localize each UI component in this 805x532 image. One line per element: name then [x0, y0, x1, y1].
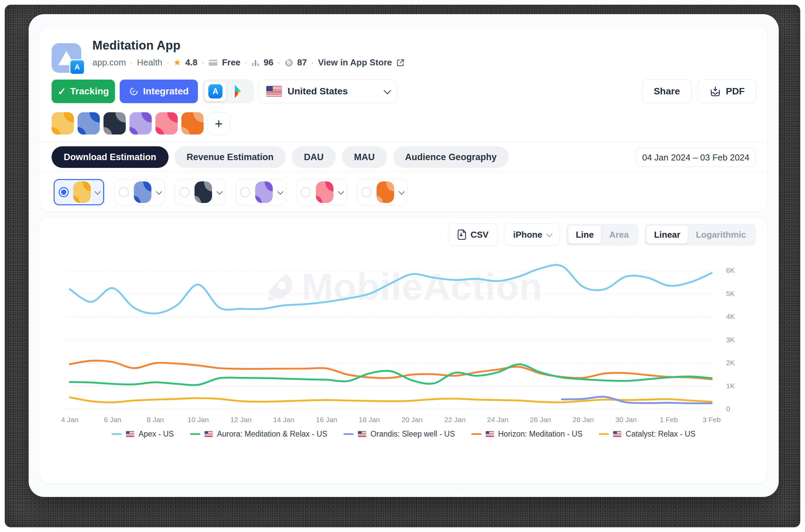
app-select-chip-app-pink[interactable] — [296, 179, 347, 205]
compared-app-dark[interactable] — [103, 112, 126, 134]
device-select[interactable]: iPhone — [504, 224, 560, 246]
x-tick-24-jan: 24 Jan — [482, 416, 513, 424]
price-card-icon — [208, 59, 218, 66]
app-store-toggle-active[interactable]: A — [205, 81, 226, 101]
app-window: A Meditation App app.com · Health · ★ 4.… — [28, 14, 779, 497]
radio-app-purple[interactable] — [240, 187, 250, 197]
legend-label: Apex - US — [138, 430, 174, 439]
csv-file-icon — [457, 229, 466, 240]
screenshot-stage: { "header": { "app_name": "Meditation Ap… — [0, 0, 805, 532]
chevron-down-icon[interactable] — [216, 188, 223, 194]
us-flag-icon — [266, 86, 282, 97]
csv-export-button[interactable]: CSV — [448, 224, 498, 246]
y-tick-3K: 3K — [726, 336, 735, 344]
app-rating: 4.8 — [186, 57, 197, 68]
separator: · — [167, 57, 170, 68]
tab-download-estimation[interactable]: Download Estimation — [52, 146, 169, 168]
legend-item-aurora[interactable]: Aurora: Meditation & Relax - US — [190, 430, 327, 439]
x-tick-8-jan: 8 Jan — [140, 416, 171, 424]
play-store-icon — [231, 84, 244, 99]
legend-swatch — [599, 433, 609, 435]
app-selector-row — [54, 179, 407, 205]
compared-app-yellow[interactable] — [52, 112, 74, 134]
link-loop-icon — [129, 86, 139, 96]
integrated-button[interactable]: Integrated — [120, 80, 198, 103]
date-range-picker[interactable]: 04 Jan 2024 – 03 Feb 2024 — [636, 148, 755, 167]
tab-audience-geography[interactable]: Audience Geography — [393, 146, 509, 168]
radio-app-dark[interactable] — [179, 187, 189, 197]
x-tick-10-jan: 10 Jan — [183, 416, 213, 424]
app-select-chip-app-yellow[interactable] — [54, 179, 104, 205]
legend-item-apex[interactable]: Apex - US — [112, 430, 174, 439]
app-select-chip-app-blue[interactable] — [114, 179, 165, 205]
us-flag-icon — [204, 431, 213, 437]
chevron-down-icon[interactable] — [338, 188, 344, 194]
y-tick-4K: 4K — [726, 312, 735, 321]
status-buttons-row: ✓ Tracking Integrated A — [52, 80, 397, 103]
tab-mau[interactable]: MAU — [342, 146, 387, 168]
radio-app-yellow[interactable] — [59, 187, 69, 197]
app-dark-icon — [194, 182, 212, 203]
separator: · — [311, 57, 314, 68]
x-tick-4-jan: 4 Jan — [55, 416, 85, 424]
tab-dau[interactable]: DAU — [292, 146, 336, 168]
radio-app-blue[interactable] — [119, 187, 129, 197]
radio-app-orange[interactable] — [361, 187, 371, 197]
view-in-app-store-link[interactable]: View in App Store — [318, 57, 392, 68]
compared-app-orange[interactable] — [181, 112, 204, 134]
chart-type-area[interactable]: Area — [602, 226, 636, 243]
x-tick-20-jan: 20 Jan — [397, 416, 427, 424]
add-app-button[interactable]: + — [207, 112, 230, 135]
external-link-icon[interactable] — [396, 58, 405, 67]
x-tick-30-jan: 30 Jan — [611, 416, 641, 424]
app-store-icon: A — [208, 84, 223, 98]
legend-item-catalyst[interactable]: Catalyst: Relax - US — [599, 430, 695, 439]
play-store-toggle[interactable] — [227, 81, 248, 101]
radio-app-pink[interactable] — [301, 187, 311, 197]
chart-type-line[interactable]: Line — [568, 226, 601, 243]
chart-legend: Apex - USAurora: Meditation & Relax - US… — [40, 430, 767, 439]
separator: · — [130, 57, 133, 68]
app-pink-icon — [316, 182, 333, 203]
chevron-down-icon[interactable] — [277, 188, 283, 194]
tracking-button[interactable]: ✓ Tracking — [52, 80, 115, 103]
chevron-down-icon — [384, 87, 391, 95]
scale-linear[interactable]: Linear — [647, 226, 688, 243]
legend-item-horizon[interactable]: Horizon: Meditation - US — [471, 430, 583, 439]
rank-bars-icon — [251, 59, 260, 67]
y-tick-0: 0 — [726, 405, 730, 413]
x-tick-1-feb: 1 Feb — [654, 416, 684, 424]
share-button[interactable]: Share — [642, 80, 692, 103]
device-label: iPhone — [513, 230, 542, 240]
chart-svg — [40, 250, 767, 412]
chevron-down-icon[interactable] — [94, 188, 100, 194]
app-select-chip-app-orange[interactable] — [357, 179, 407, 205]
scale-logarithmic[interactable]: Logarithmic — [688, 226, 753, 243]
x-tick-6-jan: 6 Jan — [97, 416, 128, 424]
compared-app-pink[interactable] — [155, 112, 178, 134]
integrated-label: Integrated — [143, 86, 188, 97]
chevron-down-icon[interactable] — [399, 188, 404, 194]
compared-app-purple[interactable] — [130, 112, 152, 134]
legend-swatch — [190, 433, 200, 435]
visibility-gauge-icon — [285, 58, 293, 67]
country-select[interactable]: United States — [258, 80, 397, 103]
download-tray-icon — [710, 86, 721, 97]
scale-segmented: LinearLogarithmic — [645, 224, 755, 245]
legend-item-orandis[interactable]: Orandis: Sleep well - US — [344, 430, 455, 439]
tracking-label: Tracking — [70, 86, 109, 97]
pdf-button[interactable]: PDF — [698, 80, 756, 103]
x-tick-28-jan: 28 Jan — [568, 416, 598, 424]
series-line-apex — [70, 265, 712, 314]
store-toggle[interactable]: A — [203, 80, 253, 103]
app-blue-icon — [134, 182, 151, 203]
chevron-down-icon[interactable] — [156, 188, 162, 194]
separator: · — [277, 57, 281, 68]
compared-app-blue[interactable] — [78, 112, 100, 134]
tab-revenue-estimation[interactable]: Revenue Estimation — [175, 146, 286, 168]
app-select-chip-app-purple[interactable] — [236, 179, 286, 205]
pdf-label: PDF — [726, 86, 745, 97]
y-tick-6K: 6K — [726, 266, 735, 274]
app-store-badge-icon: A — [70, 59, 85, 75]
app-select-chip-app-dark[interactable] — [175, 179, 226, 205]
